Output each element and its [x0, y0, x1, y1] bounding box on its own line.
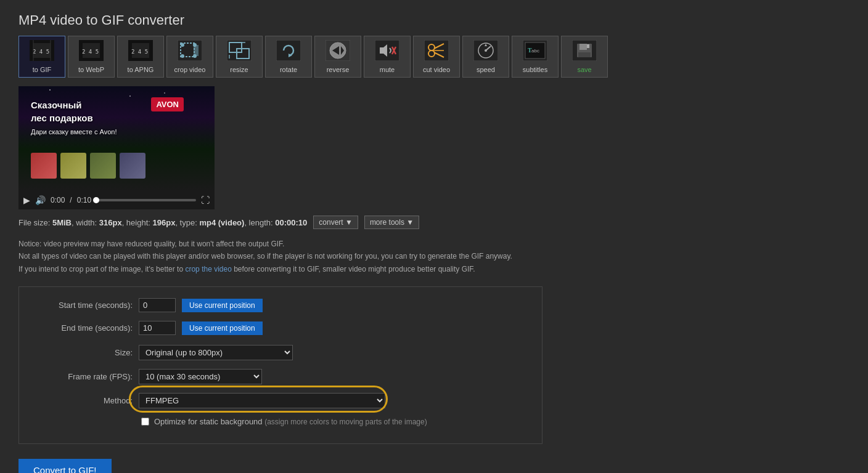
convert-dropdown-button[interactable]: convert ▼ [313, 216, 358, 229]
save-icon [572, 40, 597, 63]
tool-subtitles[interactable]: T abc subtitles [512, 36, 559, 78]
resize-label: resize [230, 66, 248, 73]
svg-text:2 4 5: 2 4 5 [82, 49, 99, 55]
notice-block: Notice: video preview may have reduced q… [18, 238, 850, 275]
tool-save[interactable]: save [561, 36, 608, 78]
file-info: File size: 5MiB, width: 316px, height: 1… [18, 216, 850, 229]
file-height: 196px [153, 218, 176, 227]
file-info-text: File size: 5MiB, width: 316px, height: 1… [18, 218, 307, 227]
fullscreen-button[interactable]: ⛶ [201, 195, 210, 205]
progress-bar[interactable] [96, 199, 196, 201]
fps-row: Frame rate (FPS): 10 (max 30 seconds) 15… [34, 369, 527, 384]
end-time-label: End time (seconds): [34, 323, 133, 333]
file-size: 5MiB [52, 218, 72, 227]
gift-boxes [31, 153, 145, 179]
method-row: Method: FFMPEG ImageMagick [34, 393, 527, 408]
notice-line2: Not all types of video can be played wit… [18, 250, 850, 262]
tool-reverse[interactable]: reverse [314, 36, 361, 78]
video-player: Сказочныйлес подарковДари сказку вместе … [18, 86, 215, 209]
start-use-position-button[interactable]: Use current position [182, 299, 263, 312]
subtitles-icon: T abc [523, 40, 547, 63]
video-controls-bar: ▶ 🔊 0:00 / 0:10 ⛶ [18, 191, 215, 209]
svg-rect-18 [128, 58, 153, 61]
svg-text:2 4 5: 2 4 5 [33, 49, 49, 55]
cut-video-label: cut video [423, 66, 450, 73]
tool-mute[interactable]: mute [364, 36, 411, 78]
time-separator: / [70, 196, 72, 204]
cut-video-icon [424, 40, 449, 63]
size-row: Size: Original (up to 800px) 320px 480px… [34, 345, 527, 360]
svg-rect-32 [276, 40, 301, 61]
to-gif-icon: 2 4 5 [30, 40, 54, 63]
to-apng-label: to APNG [128, 66, 154, 73]
svg-rect-16 [149, 40, 153, 61]
svg-text:abc: abc [531, 48, 539, 54]
method-select[interactable]: FFMPEG ImageMagick [139, 393, 385, 408]
speed-label: speed [477, 66, 495, 73]
svg-point-24 [193, 43, 197, 47]
current-time: 0:00 [51, 196, 65, 204]
svg-rect-27 [227, 40, 252, 61]
rotate-label: rotate [280, 66, 297, 73]
method-label: Method: [34, 396, 133, 405]
speed-icon [473, 40, 498, 63]
volume-button[interactable]: 🔊 [35, 195, 46, 205]
to-gif-label: to GIF [33, 66, 52, 73]
reverse-label: reverse [327, 66, 350, 73]
notice-line1: Notice: video preview may have reduced q… [18, 238, 850, 250]
convert-to-gif-button[interactable]: Convert to GIF! [18, 459, 112, 473]
svg-rect-59 [579, 44, 587, 50]
video-overlay-text: Сказочныйлес подарковДари сказку вместе … [31, 99, 117, 137]
crop-video-link[interactable]: crop the video [185, 265, 231, 273]
resize-icon [227, 40, 252, 63]
svg-text:2 4 5: 2 4 5 [131, 49, 148, 55]
tool-to-gif[interactable]: 2 4 5 to GIF [18, 36, 65, 78]
tool-crop-video[interactable]: crop video [166, 36, 213, 78]
progress-thumb[interactable] [93, 197, 99, 203]
file-length: 00:00:10 [275, 218, 307, 227]
page-title: MP4 video to GIF converter [18, 12, 850, 28]
video-thumbnail: Сказочныйлес подарковДари сказку вместе … [18, 86, 215, 191]
crop-video-icon [178, 40, 202, 63]
svg-rect-60 [578, 52, 591, 57]
svg-rect-17 [128, 40, 153, 43]
total-time: 0:10 [77, 196, 91, 204]
fps-select[interactable]: 10 (max 30 seconds) 15 (max 20 seconds) … [139, 369, 262, 384]
tool-speed[interactable]: speed [462, 36, 509, 78]
tool-cut-video[interactable]: cut video [413, 36, 460, 78]
tool-to-apng[interactable]: 2 4 5 to APNG [117, 36, 164, 78]
size-label: Size: [34, 348, 133, 357]
end-time-row: End time (seconds): Use current position [34, 321, 527, 335]
end-use-position-button[interactable]: Use current position [182, 321, 263, 335]
method-wrapper: FFMPEG ImageMagick [139, 393, 385, 408]
optimize-label[interactable]: Optimize for static background (assign m… [154, 417, 427, 426]
to-webp-label: to WebP [78, 66, 104, 73]
tool-rotate[interactable]: rotate [265, 36, 312, 78]
optimize-checkbox[interactable] [141, 418, 149, 426]
end-time-input[interactable] [139, 321, 176, 335]
to-webp-icon: 2 4 5 [79, 40, 104, 63]
tool-resize[interactable]: resize [216, 36, 263, 78]
svg-rect-2 [51, 40, 54, 61]
notice-line3: If you intend to crop part of the image,… [18, 263, 850, 275]
mute-icon [375, 40, 399, 63]
settings-panel: Start time (seconds): Use current positi… [18, 286, 542, 444]
svg-rect-11 [79, 40, 104, 43]
more-tools-button[interactable]: more tools ▼ [364, 216, 419, 229]
size-select[interactable]: Original (up to 800px) 320px 480px 640px… [139, 345, 293, 360]
file-width: 316px [99, 218, 122, 227]
svg-point-26 [193, 54, 197, 58]
toolbar: 2 4 5 to GIF 2 4 5 to WebP [18, 36, 850, 78]
to-apng-icon: 2 4 5 [128, 40, 153, 63]
play-button[interactable]: ▶ [23, 195, 30, 205]
svg-rect-12 [79, 58, 104, 61]
subtitles-label: subtitles [523, 66, 547, 73]
reverse-icon [326, 40, 350, 63]
file-type: mp4 (video) [199, 218, 244, 227]
tool-to-webp[interactable]: 2 4 5 to WebP [68, 36, 115, 78]
start-time-label: Start time (seconds): [34, 301, 133, 310]
mute-label: mute [380, 66, 395, 73]
optimize-row: Optimize for static background (assign m… [141, 417, 527, 426]
fps-label: Frame rate (FPS): [34, 372, 133, 381]
start-time-input[interactable] [139, 298, 176, 312]
